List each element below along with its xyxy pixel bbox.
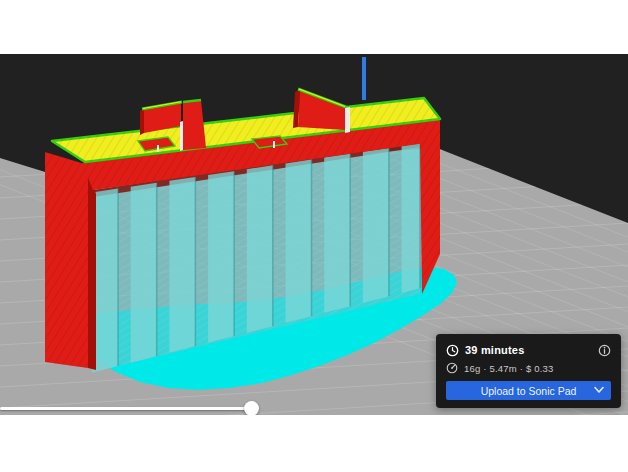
material-summary-label: 16g · 5.47m · $ 0.33 — [464, 363, 554, 374]
gauge-icon — [446, 362, 458, 374]
notch-slot-white — [157, 145, 159, 152]
print-stats-panel: 39 minutes 16g · 5.47m · $ 0.33 Upload t… — [436, 334, 621, 408]
upload-button-label: Upload to Sonic Pad — [481, 385, 577, 397]
tab-slot-white — [180, 121, 183, 151]
support-pillar — [402, 143, 420, 293]
bottom-whitespace — [0, 415, 628, 472]
layer-slider-handle[interactable] — [244, 401, 259, 416]
support-pillar — [286, 160, 312, 323]
tab-slot-white — [345, 107, 350, 133]
top-whitespace — [0, 0, 628, 54]
support-pillar — [247, 165, 273, 333]
support-pillar — [208, 171, 234, 343]
info-icon[interactable] — [598, 344, 611, 357]
clock-icon — [446, 344, 459, 357]
chevron-down-icon — [594, 386, 604, 394]
support-pillar — [363, 148, 389, 303]
support-pillar — [169, 177, 195, 353]
left-wall-texture — [45, 152, 88, 368]
notch-slot-white — [273, 141, 275, 148]
left-wall-inner-edge — [88, 165, 96, 370]
app-window: 39 minutes 16g · 5.47m · $ 0.33 Upload t… — [0, 0, 628, 472]
support-pillar — [324, 154, 350, 313]
upload-to-sonic-pad-button[interactable]: Upload to Sonic Pad — [446, 381, 611, 400]
layer-slider-track[interactable] — [0, 407, 253, 410]
support-pillar — [131, 183, 157, 363]
print-time-label: 39 minutes — [465, 344, 524, 356]
